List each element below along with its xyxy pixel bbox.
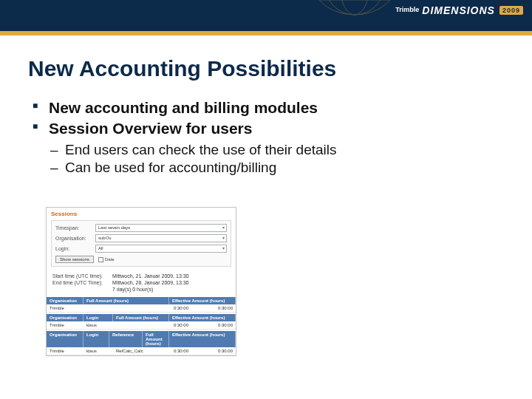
date-checkbox-label: Date	[105, 257, 115, 262]
bullet-item: New accounting and billing modules	[33, 99, 504, 117]
col-header: Effective Amount (hours)	[169, 297, 236, 304]
checkbox-icon	[98, 257, 103, 262]
sub-bullet-item: Can be used for accounting/billing	[50, 160, 504, 176]
cell-full: 0:30:00	[83, 304, 191, 312]
org-summary-section: Organisation Full Amount (hours) Effecti…	[47, 297, 236, 313]
reference-summary-section: Organisation Login Reference Full Amount…	[47, 331, 236, 355]
cell-login: klaus	[83, 321, 113, 329]
cell-login: klaus	[83, 347, 113, 355]
col-header: Organisation	[47, 297, 83, 304]
sessions-panel-title: Sessions	[47, 208, 236, 219]
sessions-screenshot: Sessions Timespan: Last seven days Organ…	[46, 207, 236, 356]
col-header: Full Amount (hours)	[143, 331, 169, 347]
sub-bullet-list: End users can check the use of their det…	[50, 142, 504, 176]
login-label: Login:	[55, 246, 92, 251]
col-header: Effective Amount (hours)	[169, 331, 236, 347]
cell-eff: 0:30:00	[191, 347, 236, 355]
col-header: Reference	[109, 331, 143, 347]
timespan-select[interactable]: Last seven days	[95, 224, 227, 232]
svg-point-0	[314, 0, 395, 15]
start-time-label: Start time (UTC time):	[52, 273, 108, 279]
timespan-label: Timespan:	[55, 225, 92, 231]
col-header: Login	[83, 331, 109, 347]
start-time-value: Mittwoch, 21. Januar 2009, 13:30	[112, 273, 189, 279]
col-header: Full Amount (hours)	[83, 297, 169, 304]
end-time-label: End time (UTC Time):	[52, 279, 108, 286]
cell-org: Trimble	[47, 304, 83, 312]
cell-eff: 0:30:00	[191, 304, 236, 312]
login-summary-section: Organisation Login Full Amount (hours) E…	[47, 314, 236, 330]
brand-logo: Trimble DIMENSIONS 2009	[395, 4, 523, 16]
svg-point-1	[325, 0, 384, 15]
end-time-value: Mittwoch, 28. Januar 2009, 13:30	[112, 279, 189, 286]
sub-bullet-item: End users can check the use of their det…	[50, 142, 504, 158]
col-header: Organisation	[47, 314, 83, 321]
date-checkbox[interactable]: Date	[98, 257, 115, 262]
table-row: Trimble 0:30:00 0:30:00	[47, 304, 236, 313]
brand-name: Trimble	[395, 6, 419, 13]
cell-eff: 0:30:00	[191, 321, 236, 329]
col-header: Login	[83, 314, 113, 321]
login-select[interactable]: All	[95, 245, 227, 253]
brand-word: DIMENSIONS	[422, 4, 495, 16]
cell-full: 0:30:00	[113, 321, 191, 329]
table-row: Trimble klaus RefCalc_Calc 0:30:00 0:30:…	[47, 347, 236, 355]
duration-value: 7 day(s) 0 hour(s)	[112, 286, 153, 293]
organisation-label: Organisation:	[55, 236, 92, 241]
sessions-filter-form: Timespan: Last seven days Organisation: …	[51, 220, 231, 267]
brand-year: 2009	[499, 6, 523, 15]
header-accent-bar	[0, 31, 532, 35]
col-header: Effective Amount (hours)	[169, 314, 236, 321]
col-header: Organisation	[47, 331, 83, 347]
slide-content: New Accounting Possibilities New account…	[0, 35, 532, 176]
organisation-select[interactable]: subOu	[95, 234, 227, 242]
cell-org: Trimble	[47, 321, 83, 329]
time-range-block: Start time (UTC time): Mittwoch, 21. Jan…	[47, 270, 236, 296]
globe-decoration	[310, 0, 399, 30]
table-row: Trimble klaus 0:30:00 0:30:00	[47, 321, 236, 330]
slide-header: Trimble DIMENSIONS 2009	[0, 0, 532, 35]
cell-org: Trimble	[47, 347, 83, 355]
show-sessions-button[interactable]: Show sessions	[55, 256, 94, 263]
col-header: Full Amount (hours)	[113, 314, 169, 321]
duration-label	[52, 286, 108, 293]
slide-title: New Accounting Possibilities	[28, 56, 504, 81]
bullet-item: Session Overview for users	[33, 120, 504, 137]
bullet-list: New accounting and billing modules Sessi…	[33, 99, 504, 137]
cell-ref: RefCalc_Calc	[113, 347, 150, 355]
cell-full: 0:30:00	[150, 347, 191, 355]
